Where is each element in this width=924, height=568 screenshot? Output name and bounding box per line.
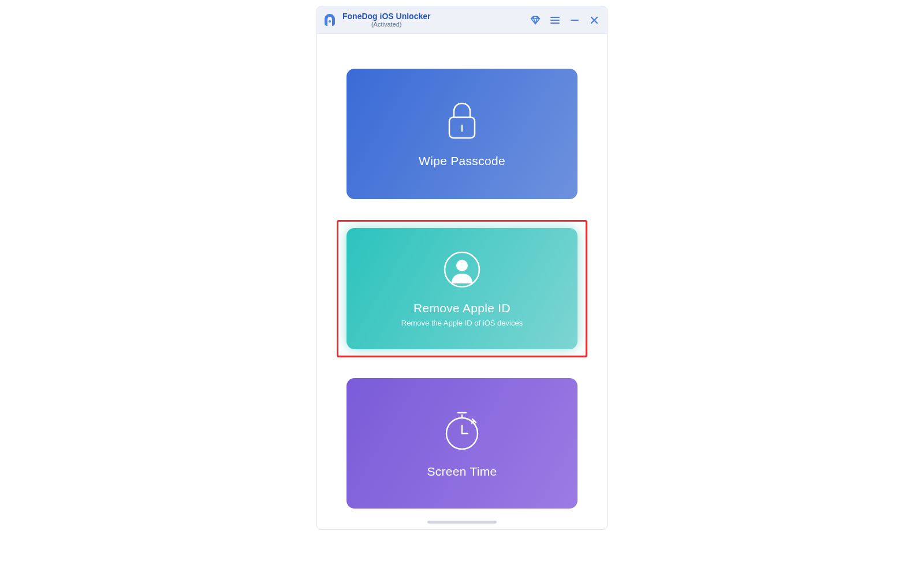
close-icon[interactable]: [588, 14, 600, 26]
logo-wrap: FoneDog iOS Unlocker (Activated): [322, 12, 430, 28]
remove-apple-id-title: Remove Apple ID: [413, 301, 511, 315]
menu-icon[interactable]: [549, 14, 561, 26]
app-window: FoneDog iOS Unlocker (Activated): [316, 6, 608, 530]
remove-apple-id-subtitle: Remove the Apple ID of iOS devices: [401, 319, 523, 327]
person-circle-icon: [443, 251, 481, 291]
svg-point-10: [456, 260, 468, 271]
highlight-box: Remove Apple ID Remove the Apple ID of i…: [337, 220, 587, 357]
svg-point-0: [329, 20, 331, 23]
remove-apple-id-card[interactable]: Remove Apple ID Remove the Apple ID of i…: [346, 228, 578, 349]
app-logo-icon: [322, 12, 338, 28]
title-bar: FoneDog iOS Unlocker (Activated): [317, 6, 607, 34]
app-subtitle: (Activated): [342, 21, 430, 28]
screen-time-card[interactable]: Screen Time: [346, 378, 578, 509]
content-area: Wipe Passcode Remove Apple ID Remove the…: [317, 34, 607, 521]
screen-time-title: Screen Time: [427, 465, 497, 479]
wipe-passcode-card[interactable]: Wipe Passcode: [346, 69, 578, 199]
diamond-icon[interactable]: [530, 14, 541, 26]
minimize-icon[interactable]: [569, 14, 580, 26]
bottom-handle: [427, 521, 497, 524]
title-actions: [530, 14, 600, 26]
lock-icon: [444, 100, 480, 144]
stopwatch-icon: [442, 408, 482, 454]
wipe-passcode-title: Wipe Passcode: [419, 154, 505, 168]
app-title: FoneDog iOS Unlocker: [342, 12, 430, 21]
